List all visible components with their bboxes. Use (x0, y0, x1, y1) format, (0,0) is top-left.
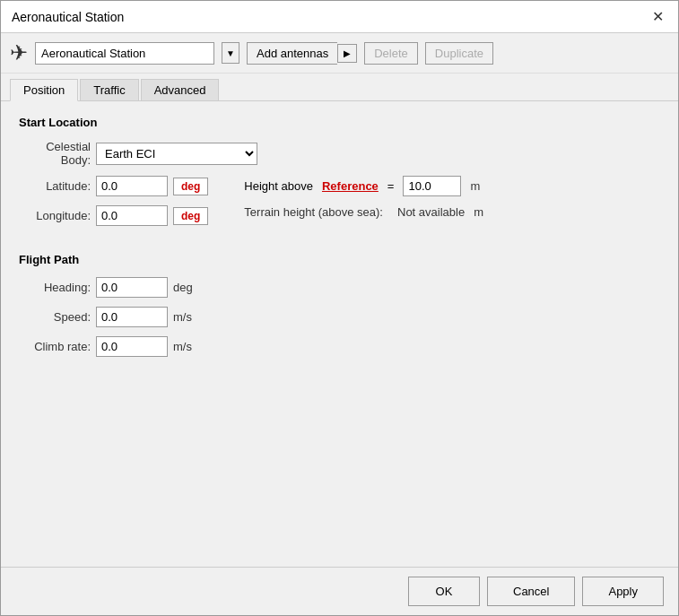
dropdown-arrow-icon: ▶ (344, 48, 351, 58)
tab-position[interactable]: Position (10, 79, 78, 101)
chevron-down-icon: ▼ (226, 48, 235, 58)
latitude-unit-button[interactable]: deg (173, 178, 208, 195)
add-antennas-group: Add antennas ▶ (247, 42, 357, 65)
delete-button[interactable]: Delete (364, 42, 418, 65)
longitude-row: Longitude: deg (19, 205, 208, 226)
height-unit: m (470, 179, 480, 193)
fields-main-area: Latitude: deg Longitude: deg Height abov… (19, 176, 660, 235)
terrain-value: Not available (397, 205, 465, 219)
height-equals: = (387, 179, 395, 193)
latitude-row: Latitude: deg (19, 176, 208, 196)
terrain-row: Terrain height (above sea): Not availabl… (244, 205, 483, 219)
aeronautical-station-dialog: Aeronautical Station ✕ ✈ ▼ Add antennas … (0, 0, 679, 616)
duplicate-button[interactable]: Duplicate (425, 42, 493, 65)
lat-long-section: Latitude: deg Longitude: deg (19, 176, 208, 235)
close-button[interactable]: ✕ (649, 8, 667, 25)
celestial-body-label: Celestial Body: (19, 140, 91, 167)
celestial-body-row: Celestial Body: Earth ECI Earth Fixed Mo… (19, 140, 660, 167)
heading-row: Heading: deg (19, 277, 660, 298)
speed-input[interactable] (96, 307, 168, 327)
tabs-area: Position Traffic Advanced (1, 74, 678, 101)
terrain-unit: m (474, 205, 483, 219)
title-bar: Aeronautical Station ✕ (1, 1, 678, 33)
heading-label: Heading: (19, 281, 91, 294)
heading-unit: deg (173, 281, 193, 294)
speed-label: Speed: (19, 310, 91, 324)
longitude-unit-button[interactable]: deg (173, 207, 208, 225)
terrain-label: Terrain height (above sea): (244, 205, 383, 219)
speed-unit: m/s (173, 310, 192, 324)
add-antennas-dropdown-button[interactable]: ▶ (337, 44, 357, 63)
celestial-body-select[interactable]: Earth ECI Earth Fixed Moon Sun (96, 143, 257, 165)
height-above-row: Height above Reference = m (244, 176, 483, 196)
tab-advanced[interactable]: Advanced (141, 79, 220, 100)
height-value-input[interactable] (403, 176, 461, 196)
start-location-title: Start Location (19, 116, 660, 129)
climb-rate-input[interactable] (96, 336, 168, 357)
toolbar: ✈ ▼ Add antennas ▶ Delete Duplicate (1, 33, 678, 74)
station-dropdown-button[interactable]: ▼ (222, 42, 239, 64)
tab-traffic[interactable]: Traffic (80, 79, 138, 100)
plane-icon: ✈ (10, 40, 28, 65)
speed-row: Speed: m/s (19, 307, 660, 327)
latitude-input[interactable] (96, 176, 168, 196)
footer: OK Cancel Apply (1, 567, 678, 615)
close-icon: ✕ (652, 9, 664, 24)
flight-path-section: Flight Path Heading: deg Speed: m/s Clim… (19, 253, 660, 357)
climb-rate-row: Climb rate: m/s (19, 336, 660, 357)
height-section: Height above Reference = m Terrain heigh… (244, 176, 483, 235)
dialog-title: Aeronautical Station (12, 10, 124, 24)
reference-button[interactable]: Reference (322, 179, 379, 193)
content-area: Start Location Celestial Body: Earth ECI… (1, 101, 678, 567)
ok-button[interactable]: OK (408, 577, 480, 606)
longitude-label: Longitude: (19, 209, 91, 222)
add-antennas-button[interactable]: Add antennas (247, 42, 337, 65)
longitude-input[interactable] (96, 205, 168, 226)
climb-rate-label: Climb rate: (19, 340, 91, 353)
height-above-label: Height above (244, 179, 313, 193)
flight-path-title: Flight Path (19, 253, 660, 266)
latitude-label: Latitude: (19, 179, 91, 193)
heading-input[interactable] (96, 277, 168, 298)
apply-button[interactable]: Apply (582, 577, 664, 606)
climb-rate-unit: m/s (173, 340, 192, 353)
station-name-input[interactable] (35, 42, 214, 65)
cancel-button[interactable]: Cancel (487, 577, 575, 606)
